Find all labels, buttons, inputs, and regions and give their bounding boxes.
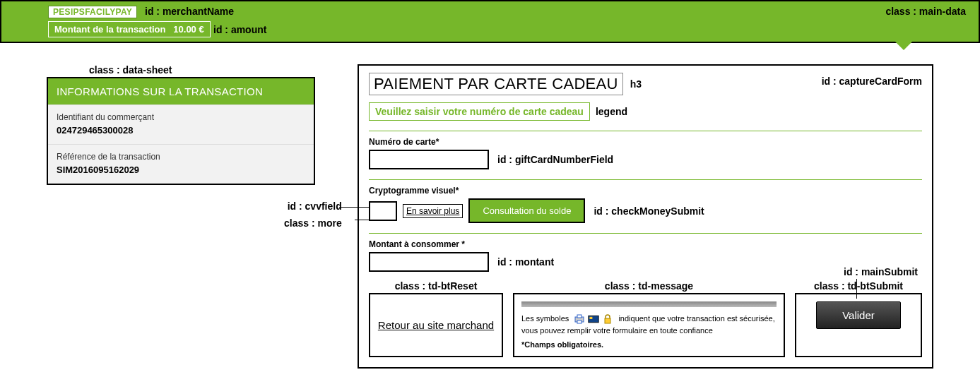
card-icon	[588, 314, 599, 324]
gift-card-number-input[interactable]	[369, 150, 489, 169]
printer-icon	[574, 314, 585, 324]
form-legend: Veuillez saisir votre numéro de carte ca…	[369, 102, 590, 121]
form-heading: PAIEMENT PAR CARTE CADEAU	[369, 73, 623, 95]
return-to-merchant-link[interactable]: Retour au site marchand	[378, 319, 494, 331]
annotation-gift-card-field: id : giftCardNumberField	[497, 154, 613, 165]
annotation-amount-id: id : amount	[213, 24, 266, 35]
svg-rect-5	[605, 318, 610, 323]
check-balance-button[interactable]: Consultation du solde	[468, 198, 585, 223]
mandatory-fields-note: *Champs obligatoires.	[521, 340, 777, 349]
annotation-td-submit: class : td-btSubmit	[796, 280, 921, 292]
annotation-montant: id : montant	[497, 256, 554, 268]
divider	[369, 179, 922, 180]
card-number-label: Numéro de carte*	[369, 137, 922, 147]
merchant-id-value: 024729465300028	[57, 125, 305, 136]
annotation-h3: h3	[630, 78, 642, 90]
main-data-bar: PESIPSFACILYPAY id : merchantName Montan…	[0, 0, 980, 43]
annotation-td-reset: class : td-btReset	[370, 280, 502, 292]
annotation-data-sheet-class: class : data-sheet	[89, 64, 315, 76]
data-sheet-panel: INFORMATIONS SUR LA TRANSACTION Identifi…	[47, 77, 315, 185]
merchant-id-label: Identifiant du commerçant	[57, 112, 305, 122]
annotation-td-message: class : td-message	[514, 280, 784, 292]
merchant-name-badge: PESIPSFACILYPAY	[48, 6, 137, 18]
annotation-cvv-field: id : cvvfield	[284, 198, 342, 215]
annotation-more-class: class : more	[284, 215, 342, 232]
security-message-prefix: Les symboles	[521, 314, 569, 323]
more-info-link[interactable]: En savoir plus	[403, 204, 463, 218]
annotation-legend: legend	[596, 106, 627, 117]
transaction-ref-block: Référence de la transaction SIM201609516…	[48, 144, 314, 184]
data-sheet-header: INFORMATIONS SUR LA TRANSACTION	[48, 78, 314, 104]
transaction-ref-value: SIM2016095162029	[57, 164, 305, 175]
annotation-line-icon	[856, 279, 857, 299]
amount-badge: Montant de la transaction 10.00 €	[48, 21, 211, 37]
annotation-main-submit: id : mainSubmit	[844, 266, 918, 277]
cvv-input[interactable]	[369, 201, 397, 221]
annotation-check-money-submit: id : checkMoneySubmit	[594, 205, 704, 217]
amount-value: 10.00 €	[173, 24, 203, 35]
annotation-line-icon	[339, 207, 369, 208]
message-column: class : td-message Les symboles indiquen…	[513, 293, 785, 357]
annotation-merchant-id: id : merchantName	[145, 6, 234, 17]
cvv-label: Cryptogramme visuel*	[369, 186, 922, 196]
reset-column: class : td-btReset Retour au site marcha…	[369, 293, 503, 357]
message-bar-icon	[521, 301, 777, 307]
merchant-id-block: Identifiant du commerçant 02472946530002…	[48, 104, 314, 144]
annotation-line-icon	[355, 220, 369, 220]
divider	[369, 233, 922, 234]
submit-column: class : td-btSubmit id : mainSubmit Vali…	[795, 293, 922, 357]
svg-rect-1	[577, 315, 581, 318]
lock-icon	[602, 314, 613, 324]
amount-consume-label: Montant à consommer *	[369, 239, 922, 249]
amount-label: Montant de la transaction	[54, 24, 165, 35]
svg-rect-4	[590, 317, 593, 319]
annotation-main-data-class: class : main-data	[885, 6, 966, 17]
annotation-capture-form-id: id : captureCardForm	[822, 76, 922, 87]
main-data-arrow-icon	[895, 42, 912, 50]
amount-input[interactable]	[369, 252, 489, 272]
svg-rect-2	[577, 321, 581, 323]
capture-card-form: id : captureCardForm PAIEMENT PAR CARTE …	[358, 64, 933, 369]
divider	[369, 131, 922, 131]
validate-button[interactable]: Valider	[816, 301, 901, 329]
transaction-ref-label: Référence de la transaction	[57, 152, 305, 162]
